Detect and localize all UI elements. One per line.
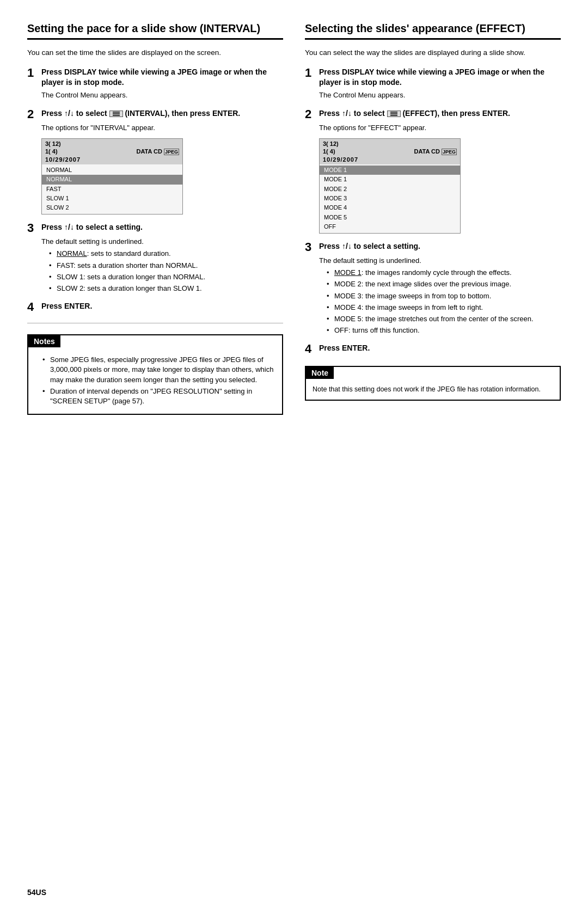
note-content: Note that this setting does not work if … <box>306 379 560 400</box>
bullet-list: NORMAL: sets to standard duration. FAST:… <box>49 249 283 293</box>
bullet-item: NORMAL: sets to standard duration. <box>49 249 283 259</box>
step-body-text: The Control Menu appears. <box>319 90 561 101</box>
step-title: Press ↑/↓ to select (INTERVAL), then pre… <box>41 108 240 119</box>
bullet-item: SLOW 1: sets a duration longer than NORM… <box>49 272 283 282</box>
bullet-item: FAST: sets a duration shorter than NORMA… <box>49 261 283 271</box>
left-column: Setting the pace for a slide show (INTER… <box>27 22 283 415</box>
right-step-1: 1 Press DISPLAY twice while viewing a JP… <box>305 67 561 100</box>
screen-header: 3( 12) 1( 4) 10/29/2007 DATA CD JPEG <box>42 139 182 164</box>
effect-screen: 3( 12) 1( 4) 10/29/2007 DATA CD JPEG MOD… <box>319 138 461 234</box>
bullet-item: MODE 5: the image stretches out from the… <box>327 314 561 324</box>
screen-row: SLOW 2 <box>42 203 182 212</box>
screen-row: MODE 1 <box>320 175 460 184</box>
page-number: 54US <box>27 888 46 897</box>
interval-screen: 3( 12) 1( 4) 10/29/2007 DATA CD JPEG NOR… <box>41 138 183 215</box>
screen-row: SLOW 1 <box>42 194 182 203</box>
right-step-2: 2 Press ↑/↓ to select (EFFECT), then pre… <box>305 108 561 234</box>
step-num: 3 <box>27 222 37 234</box>
left-intro: You can set the time the slides are disp… <box>27 47 283 58</box>
bullet-list: MODE 1: the images randomly cycle throug… <box>327 268 561 335</box>
step-title: Press DISPLAY twice while viewing a JPEG… <box>319 67 561 88</box>
page-content: Setting the pace for a slide show (INTER… <box>27 22 561 415</box>
step-title: Press ENTER. <box>41 301 92 311</box>
bullet-item: MODE 1: the images randomly cycle throug… <box>327 268 561 278</box>
step-num: 4 <box>305 343 315 355</box>
step-title: Press DISPLAY twice while viewing a JPEG… <box>41 67 283 88</box>
step-body-text: The options for "INTERVAL" appear. <box>41 122 283 133</box>
screen-row: FAST <box>42 185 182 194</box>
screen-row: NORMAL <box>42 166 182 175</box>
screen-row: MODE 3 <box>320 194 460 203</box>
bullet-item: MODE 3: the image sweeps in from top to … <box>327 291 561 301</box>
step-title: Press ↑/↓ to select a setting. <box>41 222 143 232</box>
step-title: Press ↑/↓ to select (EFFECT), then press… <box>319 108 510 119</box>
step-num: 1 <box>305 67 315 79</box>
left-title: Setting the pace for a slide show (INTER… <box>27 22 283 40</box>
notes-box: Notes Some JPEG files, especially progre… <box>27 334 283 415</box>
step-title: Press ↑/↓ to select a setting. <box>319 241 420 252</box>
notes-list: Some JPEG files, especially progressive … <box>42 355 275 406</box>
right-step-3: 3 Press ↑/↓ to select a setting. The def… <box>305 241 561 336</box>
step-num: 2 <box>27 108 37 120</box>
left-step-1: 1 Press DISPLAY twice while viewing a JP… <box>27 67 283 100</box>
step-title: Press ENTER. <box>319 343 370 353</box>
screen-row-selected: NORMAL <box>42 175 182 184</box>
right-step-4: 4 Press ENTER. <box>305 343 561 355</box>
right-intro: You can select the way the slides are di… <box>305 47 561 58</box>
note-item: Some JPEG files, especially progressive … <box>42 355 275 385</box>
step-body-text: The Control Menu appears. <box>41 90 283 101</box>
bullet-item: MODE 2: the next image slides over the p… <box>327 279 561 289</box>
bullet-item: MODE 4: the image sweeps in from left to… <box>327 303 561 312</box>
left-step-4: 4 Press ENTER. <box>27 301 283 313</box>
step-num: 2 <box>305 108 315 120</box>
step-num: 3 <box>305 241 315 253</box>
step-num: 4 <box>27 301 37 313</box>
screen-row: MODE 5 <box>320 213 460 222</box>
notes-content: Some JPEG files, especially progressive … <box>28 347 282 414</box>
screen-rows: MODE 1 MODE 1 MODE 2 MODE 3 MODE 4 MODE … <box>320 164 460 233</box>
divider <box>27 323 283 323</box>
step-body-text: The default setting is underlined. <box>41 236 283 247</box>
notes-title: Notes <box>28 335 60 347</box>
step-body-text: The default setting is underlined. <box>319 255 561 266</box>
screen-rows: NORMAL NORMAL FAST SLOW 1 SLOW 2 <box>42 164 182 214</box>
note-box: Note Note that this setting does not wor… <box>305 366 561 401</box>
note-item: Duration of interval depends on "JPEG RE… <box>42 387 275 406</box>
screen-row: MODE 4 <box>320 203 460 212</box>
note-text: Note that this setting does not work if … <box>313 384 553 394</box>
note-title: Note <box>306 367 334 379</box>
screen-row: MODE 2 <box>320 185 460 194</box>
step-body-text: The options for "EFFECT" appear. <box>319 122 561 133</box>
step-num: 1 <box>27 67 37 79</box>
screen-header: 3( 12) 1( 4) 10/29/2007 DATA CD JPEG <box>320 139 460 164</box>
left-step-3: 3 Press ↑/↓ to select a setting. The def… <box>27 222 283 293</box>
right-title: Selecting the slides' appearance (EFFECT… <box>305 22 561 40</box>
screen-row-selected: MODE 1 <box>320 166 460 175</box>
left-step-2: 2 Press ↑/↓ to select (INTERVAL), then p… <box>27 108 283 215</box>
right-column: Selecting the slides' appearance (EFFECT… <box>305 22 561 415</box>
bullet-item: SLOW 2: sets a duration longer than SLOW… <box>49 284 283 293</box>
screen-row: OFF <box>320 222 460 231</box>
bullet-item: OFF: turns off this function. <box>327 326 561 335</box>
